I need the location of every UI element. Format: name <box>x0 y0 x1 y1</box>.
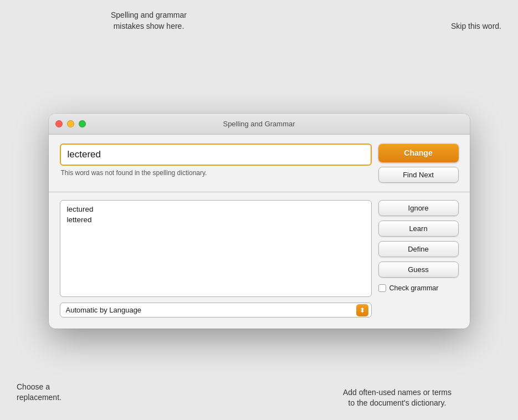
language-select[interactable]: Automatic by Language <box>60 303 372 317</box>
learn-button[interactable]: Learn <box>378 221 459 237</box>
check-grammar-checkbox[interactable] <box>378 284 386 292</box>
suggestions-list[interactable]: lectured lettered <box>60 200 372 297</box>
section-divider <box>49 192 470 192</box>
find-next-button[interactable]: Find Next <box>378 167 459 183</box>
change-button[interactable]: Change <box>378 144 459 162</box>
spell-input[interactable] <box>60 144 372 166</box>
right-buttons: Ignore Learn Define Guess Check grammar <box>378 200 459 292</box>
define-button[interactable]: Define <box>378 241 459 257</box>
spell-message: This word was not found in the spelling … <box>60 169 372 177</box>
top-buttons: Change Find Next <box>378 144 459 183</box>
check-grammar-row: Check grammar <box>378 284 459 292</box>
guess-button[interactable]: Guess <box>378 262 459 278</box>
traffic-lights <box>55 120 86 127</box>
annotation-top-center: Spelling and grammarmistakes show here. <box>111 10 187 32</box>
minimize-button[interactable] <box>67 120 74 127</box>
top-section: This word was not found in the spelling … <box>60 144 459 183</box>
maximize-button[interactable] <box>79 120 86 127</box>
close-button[interactable] <box>55 120 63 127</box>
spell-input-area: This word was not found in the spelling … <box>60 144 372 177</box>
suggestions-area: lectured lettered Automatic by Language … <box>60 200 372 317</box>
annotation-bottom-left: Choose areplacement. <box>17 382 61 403</box>
spelling-grammar-window: Spelling and Grammar This word was not f… <box>49 114 470 329</box>
ignore-button[interactable]: Ignore <box>378 200 459 216</box>
annotation-top-right: Skip this word. <box>451 21 501 32</box>
bottom-section: lectured lettered Automatic by Language … <box>60 200 459 317</box>
window-title: Spelling and Grammar <box>223 120 295 128</box>
suggestion-item[interactable]: lectured <box>65 204 367 214</box>
title-bar: Spelling and Grammar <box>49 114 470 135</box>
window-body: This word was not found in the spelling … <box>49 135 470 329</box>
check-grammar-label: Check grammar <box>389 284 439 292</box>
annotation-bottom-right: Add often-used names or termsto the docu… <box>343 387 452 409</box>
language-select-container: Automatic by Language ⬍ <box>60 303 372 317</box>
suggestion-item[interactable]: lettered <box>65 214 367 225</box>
